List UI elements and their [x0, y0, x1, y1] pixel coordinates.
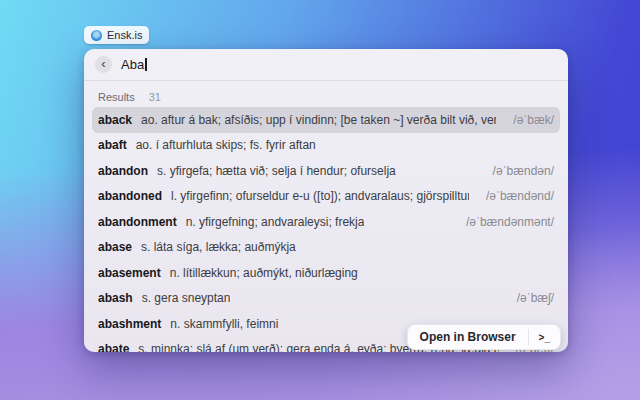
result-definition: ao. aftur á bak; afsíðis; upp í vindinn;…: [141, 113, 496, 127]
result-word: abaft: [98, 138, 127, 152]
result-definition: n. skammfylli, feimni: [170, 317, 278, 331]
terminal-prompt-icon[interactable]: >_: [529, 325, 560, 349]
result-row[interactable]: abandonedl. yfirgefinn; ofurseldur e-u (…: [92, 184, 560, 210]
result-word: abashment: [98, 317, 161, 331]
result-definition: l. yfirgefinn; ofurseldur e-u ([to]); an…: [171, 189, 469, 203]
result-pronunciation: /əˈbændənmənt/: [458, 215, 554, 229]
result-pronunciation: /əˈbændənd/: [478, 189, 554, 203]
result-definition: ao. í afturhluta skips; fs. fyrir aftan: [136, 138, 316, 152]
dictionary-window: ‹ Aba Results 31 abackao. aftur á bak; a…: [84, 49, 568, 352]
result-pronunciation: /əˈbændən/: [485, 164, 554, 178]
result-row[interactable]: abandonmentn. yfirgefning; andvaraleysi;…: [92, 209, 560, 235]
results-label: Results: [98, 91, 135, 103]
result-word: abasement: [98, 266, 161, 280]
result-row[interactable]: abases. láta síga, lækka; auðmýkja: [92, 235, 560, 261]
search-query-text: Aba: [121, 57, 144, 72]
result-word: abandoned: [98, 189, 162, 203]
result-word: abate: [98, 342, 129, 352]
result-definition: n. yfirgefning; andvaraleysi; frekja: [186, 215, 365, 229]
app-badge-label: Ensk.is: [107, 29, 142, 41]
result-definition: n. lítillækkun; auðmýkt, niðurlæging: [170, 266, 358, 280]
result-definition: s. láta síga, lækka; auðmýkja: [141, 240, 296, 254]
ensk-app-icon: [91, 30, 102, 41]
result-row[interactable]: abaftao. í afturhluta skips; fs. fyrir a…: [92, 133, 560, 159]
results-count: 31: [149, 91, 161, 103]
result-word: abandon: [98, 164, 148, 178]
result-row[interactable]: abashs. gera sneyptan/əˈbæʃ/: [92, 286, 560, 312]
search-input[interactable]: Aba: [121, 57, 147, 72]
app-badge[interactable]: Ensk.is: [84, 26, 149, 44]
text-caret: [145, 58, 147, 71]
result-word: abandonment: [98, 215, 177, 229]
open-in-browser-button[interactable]: Open in Browser: [408, 325, 528, 349]
search-bar: ‹ Aba: [84, 49, 568, 80]
chevron-left-icon: ‹: [101, 56, 105, 71]
results-header: Results 31: [84, 81, 568, 107]
result-word: abase: [98, 240, 132, 254]
result-definition: s. gera sneyptan: [142, 291, 231, 305]
result-pronunciation: /əˈbæʃ/: [509, 291, 554, 305]
back-button[interactable]: ‹: [95, 56, 112, 73]
result-word: abash: [98, 291, 133, 305]
result-row[interactable]: abasementn. lítillækkun; auðmýkt, niðurl…: [92, 260, 560, 286]
result-pronunciation: /əˈbæk/: [505, 113, 554, 127]
action-bar: Open in Browser >_: [407, 324, 561, 350]
results-list: abackao. aftur á bak; afsíðis; upp í vin…: [84, 107, 568, 352]
result-definition: s. yfirgefa; hætta við; selja í hendur; …: [157, 164, 396, 178]
result-word: aback: [98, 113, 132, 127]
result-row[interactable]: abandons. yfirgefa; hætta við; selja í h…: [92, 158, 560, 184]
result-row[interactable]: abackao. aftur á bak; afsíðis; upp í vin…: [92, 107, 560, 133]
